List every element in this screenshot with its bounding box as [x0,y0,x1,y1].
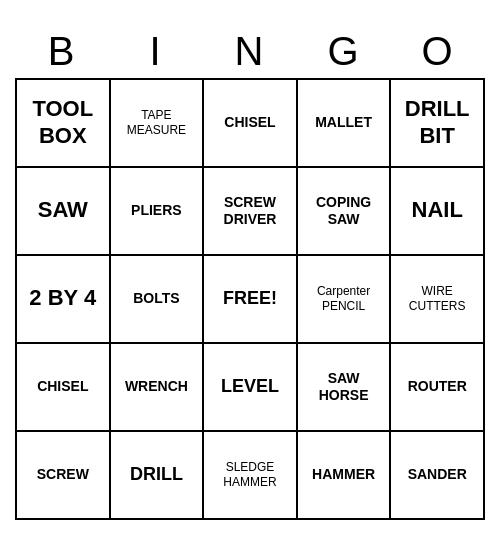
cell-text: BOLTS [133,290,179,307]
bingo-cell: BOLTS [111,256,205,344]
bingo-cell: Carpenter PENCIL [298,256,392,344]
cell-text: TAPE MEASURE [115,108,199,137]
cell-text: DRILL BIT [395,96,479,149]
bingo-grid: TOOL BOXTAPE MEASURECHISELMALLETDRILL BI… [15,78,485,520]
cell-text: CHISEL [37,378,88,395]
cell-text: TOOL BOX [21,96,105,149]
bingo-cell: DRILL BIT [391,80,485,168]
cell-text: HAMMER [312,466,375,483]
header-letter: G [297,25,391,78]
bingo-cell: TAPE MEASURE [111,80,205,168]
bingo-cell: SCREW [17,432,111,520]
cell-text: SCREW [37,466,89,483]
cell-text: COPING SAW [302,194,386,228]
bingo-cell: SLEDGE HAMMER [204,432,298,520]
bingo-cell: SCREW DRIVER [204,168,298,256]
bingo-cell: WRENCH [111,344,205,432]
header-letter: O [391,25,485,78]
cell-text: FREE! [223,288,277,310]
bingo-cell: TOOL BOX [17,80,111,168]
bingo-cell: NAIL [391,168,485,256]
bingo-cell: CHISEL [17,344,111,432]
bingo-cell: ROUTER [391,344,485,432]
header-letter: N [203,25,297,78]
cell-text: NAIL [412,197,463,223]
header-letter: I [109,25,203,78]
bingo-cell: HAMMER [298,432,392,520]
cell-text: PLIERS [131,202,182,219]
header-letter: B [15,25,109,78]
bingo-header: BINGO [15,25,485,78]
cell-text: DRILL [130,464,183,486]
bingo-cell: PLIERS [111,168,205,256]
cell-text: SCREW DRIVER [208,194,292,228]
cell-text: WIRE CUTTERS [395,284,479,313]
cell-text: SAW [38,197,88,223]
cell-text: SAW HORSE [302,370,386,404]
bingo-cell: SAW [17,168,111,256]
bingo-cell: SANDER [391,432,485,520]
cell-text: Carpenter PENCIL [302,284,386,313]
bingo-cell: FREE! [204,256,298,344]
cell-text: WRENCH [125,378,188,395]
bingo-card: BINGO TOOL BOXTAPE MEASURECHISELMALLETDR… [15,25,485,520]
bingo-cell: WIRE CUTTERS [391,256,485,344]
cell-text: 2 BY 4 [29,285,96,311]
bingo-cell: SAW HORSE [298,344,392,432]
cell-text: MALLET [315,114,372,131]
cell-text: ROUTER [408,378,467,395]
cell-text: SLEDGE HAMMER [208,460,292,489]
bingo-cell: DRILL [111,432,205,520]
bingo-cell: CHISEL [204,80,298,168]
cell-text: SANDER [408,466,467,483]
bingo-cell: LEVEL [204,344,298,432]
bingo-cell: MALLET [298,80,392,168]
bingo-cell: COPING SAW [298,168,392,256]
cell-text: CHISEL [224,114,275,131]
cell-text: LEVEL [221,376,279,398]
bingo-cell: 2 BY 4 [17,256,111,344]
